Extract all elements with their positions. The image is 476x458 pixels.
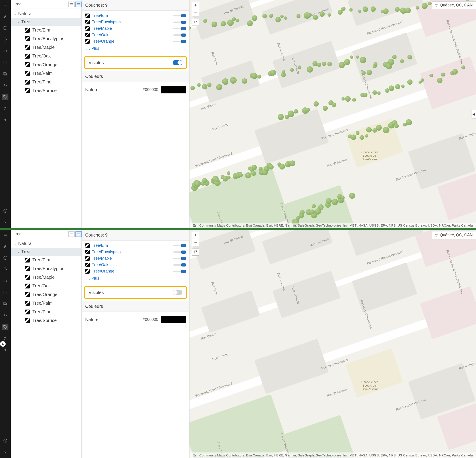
- tree-leaf-label: Tree/Orange: [32, 292, 58, 297]
- layer-link[interactable]: Tree/Orange: [92, 39, 114, 44]
- map-wrap-top[interactable]: Rue St-GabrielRue St-PatrickBoulevard Re…: [189, 0, 476, 228]
- rail-icon-box[interactable]: [2, 289, 8, 296]
- layer-icon: [85, 243, 90, 248]
- layer-icon: [85, 256, 90, 261]
- color-swatch[interactable]: [161, 86, 186, 93]
- rail-icon-layers[interactable]: [2, 2, 8, 8]
- tree-search-input[interactable]: [14, 231, 67, 237]
- rail-icon-more[interactable]: [2, 449, 8, 455]
- rail-icon-undo[interactable]: [2, 313, 8, 319]
- opacity-slider[interactable]: [173, 251, 186, 253]
- layer-link[interactable]: Tree/Orange: [92, 269, 114, 274]
- layer-link[interactable]: Tree/Oak: [92, 33, 108, 37]
- rail-icon-layers[interactable]: [2, 232, 8, 238]
- tree-leaf[interactable]: Tree/Spruce: [11, 86, 81, 95]
- opacity-slider[interactable]: [173, 245, 186, 246]
- tree-leaf[interactable]: Tree/Eucalyptus: [11, 34, 81, 43]
- plus-row[interactable]: ⌄⌄Plus: [85, 274, 186, 282]
- tree-node-tree[interactable]: ⌄Tree: [11, 248, 81, 256]
- visibles-switch[interactable]: [173, 60, 182, 65]
- map-canvas[interactable]: Rue St-GabrielRue St-PatrickBoulevard Re…: [189, 230, 476, 458]
- map-wrap-bottom[interactable]: Rue St-GabrielRue St-PatrickBoulevard Re…: [189, 230, 476, 458]
- zoom-level-badge: 17: [192, 19, 199, 26]
- rail-icon-paint[interactable]: [2, 36, 8, 42]
- map-location-box[interactable]: ▽Québec, QC, CAN: [432, 1, 476, 9]
- rail-icon-box[interactable]: [2, 59, 8, 66]
- view-btn-list[interactable]: [68, 231, 75, 237]
- map-canvas[interactable]: Rue St-GabrielRue St-PatrickBoulevard Re…: [189, 0, 476, 228]
- zoom-in-button[interactable]: +: [192, 2, 199, 9]
- layer-link[interactable]: Tree/Elm: [92, 243, 108, 248]
- opacity-slider[interactable]: [173, 258, 186, 259]
- rail-icon-pen[interactable]: [2, 13, 8, 19]
- zoom-out-button[interactable]: −: [192, 9, 199, 16]
- rail-icon-info[interactable]: [2, 438, 8, 444]
- tree-leaf[interactable]: Tree/Palm: [11, 69, 81, 78]
- opacity-slider[interactable]: [173, 264, 186, 266]
- rail-icon-undo[interactable]: [2, 83, 8, 89]
- tree-leaf[interactable]: Tree/Orange: [11, 290, 81, 299]
- opacity-slider[interactable]: [173, 271, 186, 272]
- layer-link[interactable]: Tree/Maple: [92, 256, 112, 261]
- tree-leaf[interactable]: Tree/Oak: [11, 52, 81, 60]
- view-btn-list[interactable]: [68, 1, 75, 7]
- layer-link[interactable]: Tree/Elm: [92, 13, 108, 18]
- view-btn-detail[interactable]: [76, 1, 82, 7]
- expand-handle[interactable]: ▶: [0, 341, 6, 347]
- plus-row[interactable]: ⌄⌄Plus: [85, 45, 186, 52]
- rail-icon-refresh[interactable]: [2, 336, 8, 342]
- tree-leaf[interactable]: Tree/Elm: [11, 26, 81, 34]
- rail-icon-pen[interactable]: [2, 243, 8, 249]
- tree-leaf[interactable]: Tree/Spruce: [11, 316, 81, 325]
- color-swatch[interactable]: [161, 316, 186, 323]
- rail-icon-upload[interactable]: [2, 117, 8, 123]
- opacity-slider[interactable]: [173, 34, 186, 36]
- rail-icon-refresh[interactable]: [2, 106, 8, 112]
- details-panel: Couches: 9 Tree/Elm Tree/Eucalyptus Tree…: [82, 230, 189, 458]
- rail-icon-copy[interactable]: [2, 71, 8, 77]
- tree-leaf[interactable]: Tree/Maple: [11, 43, 81, 52]
- rail-icon-upload[interactable]: [2, 347, 8, 353]
- rail-icon-code[interactable]: [2, 48, 8, 54]
- rail-icon-globe[interactable]: [2, 255, 8, 261]
- map-location-label: Québec, QC, CAN: [440, 3, 473, 8]
- rail-icon-code[interactable]: [2, 278, 8, 284]
- tree-leaf[interactable]: Tree/Orange: [11, 60, 81, 69]
- tree-leaf[interactable]: Tree/Maple: [11, 273, 81, 282]
- rail-icon-paint[interactable]: [2, 266, 8, 272]
- map-location-box[interactable]: ▽Québec, QC, CAN: [432, 231, 476, 239]
- rail-icon-copy[interactable]: [2, 301, 8, 307]
- tree-search-input[interactable]: [14, 1, 67, 7]
- layer-link[interactable]: Tree/Oak: [92, 263, 108, 267]
- view-btn-detail[interactable]: [76, 231, 82, 237]
- layer-link[interactable]: Tree/Eucalyptus: [92, 20, 120, 25]
- tree-leaf[interactable]: Tree/Eucalyptus: [11, 264, 81, 273]
- tree-leaf[interactable]: Tree/Oak: [11, 282, 81, 290]
- tree-leaf[interactable]: Tree/Elm: [11, 256, 81, 264]
- tree-leaf[interactable]: Tree/Pine: [11, 78, 81, 86]
- visibles-switch[interactable]: [173, 290, 182, 295]
- layer-link[interactable]: Tree/Maple: [92, 26, 112, 31]
- tree-leaf[interactable]: Tree/Pine: [11, 307, 81, 316]
- opacity-slider[interactable]: [173, 22, 186, 23]
- zoom-in-button[interactable]: +: [192, 232, 199, 239]
- opacity-slider[interactable]: [173, 41, 186, 42]
- opacity-slider[interactable]: [173, 28, 186, 29]
- tree-leaf-label: Tree/Elm: [32, 27, 50, 33]
- tree-node-tree[interactable]: ⌄Tree: [11, 18, 81, 26]
- rail-icon-more[interactable]: [2, 219, 8, 225]
- layer-link[interactable]: Tree/Eucalyptus: [92, 250, 120, 254]
- rail-icon-tag[interactable]: [2, 324, 8, 330]
- rail-icon-info[interactable]: [2, 208, 8, 214]
- tree-leaf-label: Tree/Elm: [32, 257, 50, 263]
- rail-icon-globe[interactable]: [2, 25, 8, 31]
- map-collapse-handle[interactable]: ◀: [472, 110, 476, 119]
- zoom-out-button[interactable]: −: [192, 239, 199, 246]
- tree-leaf[interactable]: Tree/Palm: [11, 299, 81, 307]
- tree-group-natural[interactable]: ⌄Natural: [11, 9, 81, 18]
- chevron-down-icon: ⌄: [17, 20, 19, 24]
- opacity-slider[interactable]: [173, 15, 186, 17]
- tree-group-natural[interactable]: ⌄Natural: [11, 239, 81, 248]
- rail-icon-tag[interactable]: [2, 94, 8, 100]
- layer-icon: [85, 26, 90, 31]
